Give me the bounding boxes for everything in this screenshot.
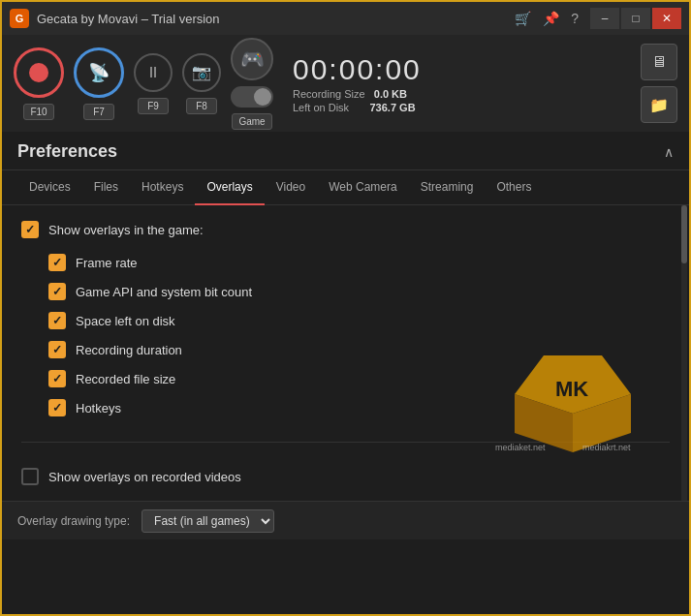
- tab-devices[interactable]: Devices: [17, 170, 82, 205]
- folder-icon: 📁: [649, 96, 669, 114]
- sub-items: ✓ Frame rate ✓ Game API and system bit c…: [48, 254, 670, 416]
- tab-others[interactable]: Others: [485, 170, 543, 205]
- recfilesize-row: ✓ Recorded file size: [48, 370, 670, 387]
- check-icon: ✓: [52, 372, 62, 385]
- check-icon: ✓: [52, 285, 62, 298]
- tab-streaming[interactable]: Streaming: [409, 170, 486, 205]
- check-icon: ✓: [52, 256, 62, 269]
- stream-control: 📡 F7: [74, 47, 124, 120]
- game-icon-button[interactable]: 🎮: [231, 38, 273, 80]
- recording-size-value: 0.0 KB: [374, 88, 407, 100]
- record-button[interactable]: [14, 47, 64, 98]
- bottom-bar: Overlay drawing type: Fast (in all games…: [2, 501, 689, 539]
- pause-icon: ⏸: [145, 64, 161, 81]
- checkbox-group: ✓ Show overlays in the game: ✓ Frame rat…: [21, 221, 670, 485]
- title-bar-icons: 🛒 📌 ?: [515, 11, 579, 26]
- controls-area: F10 📡 F7 ⏸ F9 📷: [14, 38, 273, 130]
- left-on-disk-value: 736.7 GB: [370, 102, 416, 113]
- gameapi-checkbox[interactable]: ✓: [48, 283, 66, 300]
- recording-size-label: Recording Size: [293, 88, 365, 100]
- preferences-section: Preferences ∧ DevicesFilesHotkeysOverlay…: [2, 132, 689, 614]
- spacedisk-row: ✓ Space left on disk: [48, 312, 670, 329]
- app-title: Gecata by Movavi – Trial version: [37, 12, 515, 26]
- hotkeys-checkbox[interactable]: ✓: [48, 399, 66, 416]
- tabs-row: DevicesFilesHotkeysOverlaysVideoWeb Came…: [2, 170, 689, 205]
- left-on-disk-info: Left on Disk 736.7 GB: [293, 102, 416, 113]
- check-icon: ✓: [52, 314, 62, 327]
- record-control: F10: [14, 47, 64, 120]
- camera-icon: 📷: [192, 63, 211, 81]
- game-shortcut[interactable]: Game: [232, 113, 271, 130]
- screenshot-control: 📷 F8: [182, 53, 221, 114]
- display-icon: 🖥: [651, 53, 667, 71]
- hotkeys-row: ✓ Hotkeys: [48, 399, 670, 416]
- cart-icon[interactable]: 🛒: [515, 11, 531, 26]
- recduration-checkbox[interactable]: ✓: [48, 341, 66, 358]
- show-in-game-checkbox[interactable]: ✓: [21, 221, 39, 238]
- close-button[interactable]: ✕: [652, 8, 681, 29]
- title-bar: G Gecata by Movavi – Trial version 🛒 📌 ?…: [2, 2, 689, 35]
- help-icon[interactable]: ?: [571, 11, 579, 26]
- f8-shortcut[interactable]: F8: [186, 98, 217, 114]
- check-icon: ✓: [52, 401, 62, 415]
- recfilesize-label: Recorded file size: [76, 372, 175, 386]
- f9-shortcut[interactable]: F9: [138, 98, 169, 114]
- minimize-button[interactable]: –: [590, 8, 619, 29]
- checkmark-icon: ✓: [25, 223, 35, 236]
- show-in-game-row: ✓ Show overlays in the game:: [21, 221, 670, 238]
- screenshot-button[interactable]: 📷: [182, 53, 221, 92]
- framerate-checkbox[interactable]: ✓: [48, 254, 66, 271]
- tab-webcamera[interactable]: Web Camera: [317, 170, 408, 205]
- hotkeys-label: Hotkeys: [76, 401, 121, 416]
- collapse-icon[interactable]: ∧: [664, 144, 674, 160]
- stream-icon: 📡: [88, 62, 110, 83]
- app-logo: G: [10, 9, 29, 28]
- timer-display: 00:00:00: [293, 53, 422, 86]
- spacedisk-checkbox[interactable]: ✓: [48, 312, 66, 329]
- show-in-game-label: Show overlays in the game:: [48, 223, 204, 237]
- tab-hotkeys[interactable]: Hotkeys: [130, 170, 195, 205]
- record-icon: [29, 63, 48, 82]
- pause-control: ⏸ F9: [134, 53, 173, 114]
- overlay-drawing-select[interactable]: Fast (in all games): [141, 509, 274, 533]
- maximize-button[interactable]: □: [621, 8, 650, 29]
- scrollbar-track[interactable]: [681, 205, 687, 501]
- game-toggle[interactable]: [231, 86, 273, 108]
- tab-files[interactable]: Files: [82, 170, 130, 205]
- timer-area: 00:00:00 Recording Size 0.0 KB Left on D…: [293, 53, 422, 113]
- folder-button[interactable]: 📁: [641, 86, 677, 123]
- overlay-drawing-label: Overlay drawing type:: [17, 514, 130, 528]
- framerate-label: Frame rate: [76, 256, 138, 270]
- content-area: ✓ Show overlays in the game: ✓ Frame rat…: [2, 205, 689, 501]
- overlay-display-button[interactable]: 🖥: [641, 44, 677, 80]
- f7-shortcut[interactable]: F7: [83, 104, 114, 120]
- gameapi-row: ✓ Game API and system bit count: [48, 283, 670, 300]
- recduration-row: ✓ Recording duration: [48, 341, 670, 358]
- f10-shortcut[interactable]: F10: [23, 104, 54, 120]
- toggle-knob: [254, 88, 271, 106]
- recording-size-info: Recording Size 0.0 KB: [293, 88, 407, 100]
- toolbar-right: 🖥 📁: [641, 44, 677, 123]
- preferences-header: Preferences ∧: [2, 132, 689, 170]
- gamepad-icon: 🎮: [240, 47, 265, 71]
- recfilesize-checkbox[interactable]: ✓: [48, 370, 66, 387]
- show-on-recorded-checkbox[interactable]: [21, 468, 39, 485]
- show-on-recorded-row: Show overlays on recorded videos: [21, 468, 670, 485]
- recduration-label: Recording duration: [76, 343, 182, 357]
- left-on-disk-label: Left on Disk: [293, 102, 349, 113]
- pin-icon[interactable]: 📌: [543, 11, 559, 26]
- show-on-recorded-label: Show overlays on recorded videos: [48, 470, 241, 484]
- tab-video[interactable]: Video: [265, 170, 317, 205]
- tab-overlays[interactable]: Overlays: [195, 170, 264, 205]
- pause-button[interactable]: ⏸: [134, 53, 173, 92]
- check-icon: ✓: [52, 343, 62, 356]
- stream-button[interactable]: 📡: [74, 47, 124, 98]
- window-controls: – □ ✕: [590, 8, 681, 29]
- toolbar: F10 📡 F7 ⏸ F9 📷: [2, 35, 689, 132]
- main-window: G Gecata by Movavi – Trial version 🛒 📌 ?…: [0, 0, 691, 616]
- spacedisk-label: Space left on disk: [76, 314, 175, 328]
- content-wrapper: ✓ Show overlays in the game: ✓ Frame rat…: [2, 205, 689, 501]
- gameapi-label: Game API and system bit count: [76, 285, 252, 299]
- scrollbar-thumb[interactable]: [681, 205, 687, 263]
- framerate-row: ✓ Frame rate: [48, 254, 670, 271]
